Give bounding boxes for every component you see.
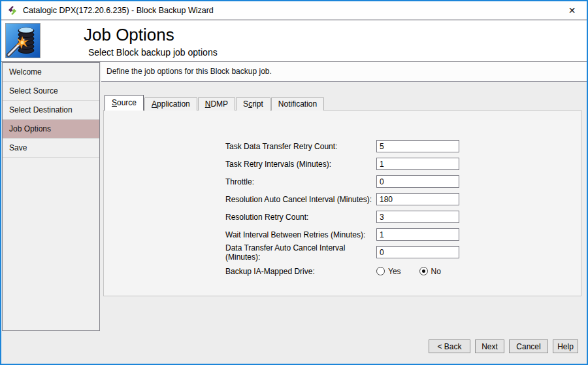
- form-row: Data Transfer Auto Cancel Interval (Minu…: [225, 243, 459, 261]
- titlebar: Catalogic DPX(172.20.6.235) - Block Back…: [1, 1, 587, 20]
- job-options-form: Task Data Transfer Retry Count: Task Ret…: [225, 137, 459, 280]
- close-button[interactable]: ✕: [557, 1, 587, 20]
- field-label: Data Transfer Auto Cancel Interval (Minu…: [225, 243, 376, 262]
- help-button[interactable]: Help: [553, 339, 578, 353]
- sidebar-item-job-options[interactable]: Job Options: [3, 120, 99, 139]
- resolution-auto-cancel-interval-input[interactable]: [376, 193, 459, 205]
- sidebar-item-select-destination[interactable]: Select Destination: [3, 101, 99, 120]
- wizard-logo-icon: [5, 23, 41, 58]
- close-icon: ✕: [568, 5, 576, 16]
- form-row: Wait Interval Between Retries (Minutes):: [225, 226, 459, 243]
- radio-circle-yes: [376, 267, 385, 275]
- tab-source[interactable]: Source: [105, 95, 144, 111]
- catalogic-app-icon: [7, 5, 18, 16]
- radio-option-no[interactable]: No: [419, 267, 441, 276]
- radio-label-no: No: [431, 267, 441, 276]
- radio-circle-no: [419, 267, 428, 275]
- field-label: Throttle:: [225, 177, 376, 186]
- form-row-backup-ia-mapped-drive: Backup IA-Mapped Drive: Yes No: [225, 262, 459, 280]
- form-row: Resolution Auto Cancel Interval (Minutes…: [225, 190, 459, 208]
- tab-script[interactable]: Script: [236, 97, 270, 111]
- tab-notification[interactable]: Notification: [271, 97, 324, 111]
- tab-application[interactable]: Application: [144, 97, 197, 111]
- wizard-steps-sidebar: Welcome Select Source Select Destination…: [2, 62, 100, 331]
- field-label: Task Retry Intervals (Minutes):: [225, 160, 376, 169]
- sidebar-item-welcome[interactable]: Welcome: [3, 63, 99, 82]
- instruction-bar: Define the job options for this Block ba…: [101, 61, 587, 82]
- instruction-text: Define the job options for this Block ba…: [106, 67, 272, 76]
- footer-buttons: < Back Next Cancel Help: [429, 339, 578, 353]
- block-backup-wizard-window: Catalogic DPX(172.20.6.235) - Block Back…: [0, 0, 588, 365]
- tab-ndmp[interactable]: NDMP: [198, 97, 235, 111]
- field-label: Task Data Transfer Retry Count:: [225, 142, 376, 151]
- sidebar-item-select-source[interactable]: Select Source: [3, 82, 99, 101]
- radio-option-yes[interactable]: Yes: [376, 267, 401, 276]
- field-label: Resolution Retry Count:: [225, 213, 376, 222]
- source-tab-panel: Task Data Transfer Retry Count: Task Ret…: [103, 110, 581, 296]
- task-retry-intervals-input[interactable]: [376, 158, 459, 170]
- data-transfer-auto-cancel-interval-input[interactable]: [376, 246, 459, 258]
- wizard-header: Job Options Select Block backup job opti…: [1, 20, 587, 61]
- throttle-input[interactable]: [376, 175, 459, 188]
- next-button[interactable]: Next: [475, 339, 504, 353]
- window-title: Catalogic DPX(172.20.6.235) - Block Back…: [23, 6, 214, 15]
- task-data-transfer-retry-count-input[interactable]: [376, 140, 459, 152]
- field-label: Backup IA-Mapped Drive:: [225, 267, 376, 276]
- form-row: Task Retry Intervals (Minutes):: [225, 155, 459, 173]
- page-subtitle: Select Block backup job options: [88, 47, 218, 58]
- form-row: Throttle:: [225, 173, 459, 190]
- back-button[interactable]: < Back: [429, 339, 470, 353]
- page-title: Job Options: [84, 25, 174, 45]
- form-row: Resolution Retry Count:: [225, 208, 459, 226]
- field-label: Resolution Auto Cancel Interval (Minutes…: [225, 195, 376, 204]
- wait-interval-between-retries-input[interactable]: [376, 228, 459, 241]
- form-row: Task Data Transfer Retry Count:: [225, 137, 459, 155]
- cancel-button[interactable]: Cancel: [509, 339, 548, 353]
- tab-bar: Source Application NDMP Script Notificat…: [105, 95, 325, 111]
- resolution-retry-count-input[interactable]: [376, 211, 459, 223]
- wizard-body: Welcome Select Source Select Destination…: [1, 61, 587, 364]
- field-label: Wait Interval Between Retries (Minutes):: [225, 230, 376, 239]
- sidebar-item-save[interactable]: Save: [3, 139, 99, 158]
- radio-label-yes: Yes: [388, 267, 401, 276]
